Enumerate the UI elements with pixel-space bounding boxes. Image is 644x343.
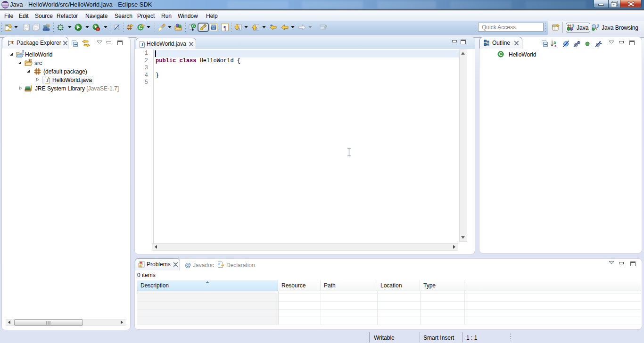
svg-text:C: C (192, 24, 195, 28)
svg-text:C: C (499, 52, 502, 57)
svg-text:¶: ¶ (223, 24, 226, 31)
svg-text:J: J (141, 42, 143, 47)
svg-text:J: J (22, 50, 24, 54)
svg-text:J: J (596, 24, 599, 29)
svg-text:z: z (554, 43, 557, 48)
svg-text:J: J (46, 78, 49, 83)
